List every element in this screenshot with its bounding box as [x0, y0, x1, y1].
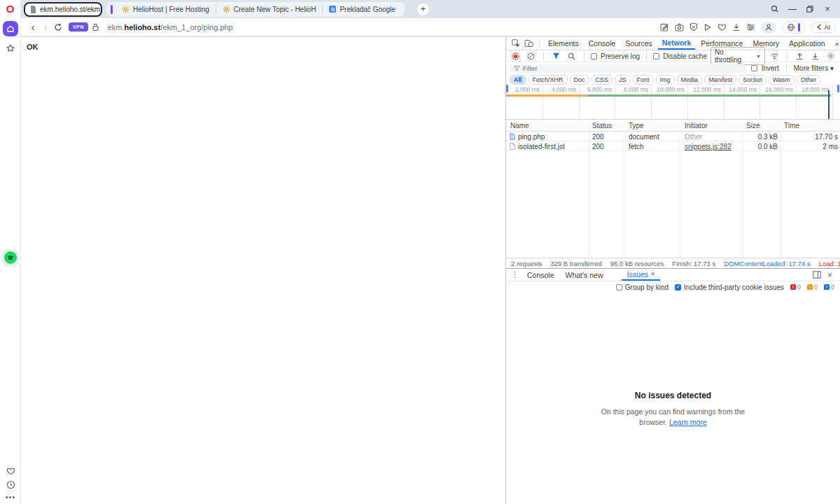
minimize-button[interactable]: — — [787, 4, 798, 15]
drawer-layout-icon[interactable] — [811, 269, 822, 281]
network-conditions-icon[interactable] — [769, 50, 780, 62]
chip-media[interactable]: Media — [677, 75, 703, 85]
filter-input[interactable] — [523, 64, 743, 72]
aria-ai-button[interactable]: AI — [811, 22, 836, 33]
col-type[interactable]: Type — [629, 122, 644, 130]
snapshot-camera-icon[interactable] — [675, 23, 684, 31]
col-initiator[interactable]: Initiator — [685, 122, 708, 130]
page-body-text: OK — [27, 43, 38, 51]
drawer-tab-console[interactable]: Console — [522, 269, 559, 281]
vpn-badge[interactable]: VPN — [69, 22, 88, 31]
tune-sliders-icon[interactable] — [746, 23, 755, 31]
inspect-element-icon[interactable] — [510, 38, 522, 50]
col-size[interactable]: Size — [746, 122, 760, 130]
drawer-close-icon[interactable]: × — [824, 269, 836, 281]
devtools-tab-network[interactable]: Network — [658, 37, 695, 50]
chip-all[interactable]: All — [510, 75, 526, 85]
start-page-button[interactable] — [3, 21, 18, 36]
chip-wasm[interactable]: Wasm — [769, 75, 794, 85]
restore-button[interactable] — [804, 4, 816, 15]
tab-create-new-topic[interactable]: Create New Topic - HelioH — [216, 2, 323, 17]
shield-icon[interactable] — [690, 22, 698, 31]
drawer-tab-whats-new[interactable]: What's new — [561, 269, 608, 281]
chip-socket[interactable]: Socket — [738, 75, 766, 85]
group-by-kind-checkbox[interactable] — [616, 284, 622, 290]
overview-grip-right[interactable] — [837, 85, 839, 92]
disable-cache-checkbox[interactable] — [653, 53, 659, 59]
network-settings-gear-icon[interactable] — [825, 50, 836, 62]
chip-js[interactable]: JS — [615, 75, 631, 85]
divider — [543, 52, 544, 60]
network-overview-timeline[interactable]: 2,000 ms 4,000 ms 6,000 ms 8,000 ms 10,0… — [506, 85, 840, 120]
reload-button[interactable] — [52, 21, 64, 34]
tick-label: 16,000 ms — [752, 86, 793, 93]
opera-logo[interactable]: O — [6, 4, 15, 15]
chip-manifest[interactable]: Manifest — [704, 75, 736, 85]
url-text[interactable]: ekm.helioho.st/ekm_1_org/ping.php — [108, 23, 233, 31]
tab-active[interactable]: ekm.helioho.st/ekm_1_org — [24, 2, 102, 17]
profile-button[interactable] — [761, 22, 776, 33]
include-third-party-checkbox[interactable]: ✓ — [675, 284, 681, 290]
bookmark-heart-icon[interactable] — [718, 23, 727, 31]
drawer-tab-issues[interactable]: Issues × — [622, 269, 659, 281]
filter-funnel-icon[interactable] — [550, 50, 562, 62]
drawer-menu-icon[interactable]: ⋮ — [509, 269, 521, 281]
clear-network-log-icon[interactable] — [525, 50, 537, 62]
favorites-heart-icon[interactable] — [6, 467, 15, 475]
bookmarks-star-icon[interactable] — [6, 43, 15, 53]
device-toolbar-icon[interactable] — [523, 38, 535, 50]
devtools-tab-console[interactable]: Console — [584, 37, 620, 50]
chip-other[interactable]: Other — [797, 75, 821, 85]
search-network-icon[interactable] — [566, 50, 578, 62]
learn-more-link[interactable]: Learn more — [669, 418, 707, 426]
waterfall-segment-green — [588, 94, 831, 97]
overview-grip-left[interactable] — [506, 85, 508, 92]
include-third-party-option[interactable]: ✓ Include third-party cookie issues — [675, 284, 784, 291]
history-clock-icon[interactable] — [6, 480, 15, 489]
request-name: isolated-first.jst — [518, 143, 565, 150]
sidebar-more-icon[interactable]: ••• — [6, 494, 16, 500]
spotify-panel-button[interactable] — [2, 249, 19, 266]
devtools-tab-elements[interactable]: Elements — [544, 37, 583, 50]
invert-checkbox[interactable] — [751, 65, 757, 71]
close-issues-tab-icon[interactable]: × — [651, 270, 655, 278]
close-window-button[interactable]: × — [822, 4, 833, 15]
devtools-tab-sources[interactable]: Sources — [621, 37, 657, 50]
tab-search-icon[interactable] — [769, 4, 780, 15]
more-panels-icon[interactable]: » — [831, 37, 840, 50]
lock-icon[interactable] — [90, 21, 102, 34]
tab-island-indicator — [111, 5, 113, 14]
throttling-select[interactable]: No throttling ▼ — [710, 47, 765, 65]
extensions-pill[interactable] — [782, 21, 805, 34]
export-har-icon[interactable] — [809, 50, 821, 62]
back-button[interactable]: ‹ — [27, 21, 39, 34]
forward-button[interactable]: › — [39, 21, 52, 34]
table-row[interactable]: isolated-first.jst 200 fetch snippets.js… — [506, 141, 840, 151]
filter-input-wrap[interactable] — [510, 64, 747, 73]
import-har-icon[interactable] — [794, 50, 806, 62]
preserve-log-checkbox[interactable] — [591, 53, 597, 59]
issues-badge-error: ! 0 — [790, 284, 801, 290]
col-name[interactable]: Name — [510, 122, 529, 130]
edit-page-icon[interactable] — [660, 22, 669, 31]
new-tab-button[interactable]: + — [417, 4, 429, 15]
chip-font[interactable]: Font — [633, 75, 654, 85]
col-status[interactable]: Status — [592, 122, 612, 130]
flow-send-icon[interactable] — [704, 23, 712, 31]
record-network-log-icon[interactable] — [510, 50, 522, 62]
chip-img[interactable]: Img — [656, 75, 675, 85]
group-by-kind-option[interactable]: Group by kind — [616, 284, 668, 291]
chip-css[interactable]: CSS — [592, 75, 613, 85]
no-issues-description: On this page you can find warnings from … — [601, 407, 745, 428]
table-row[interactable]: ping.php 200 document Other 0.3 kB 17.70… — [506, 132, 840, 141]
heliohost-favicon — [223, 6, 230, 13]
tick-label: 14,000 ms — [716, 86, 757, 93]
chip-fetch-xhr[interactable]: Fetch/XHR — [528, 75, 568, 85]
col-time[interactable]: Time — [784, 122, 799, 130]
tab-google-translate[interactable]: G Prekladač Google — [323, 2, 402, 17]
devtools-tab-application[interactable]: Application — [785, 37, 829, 50]
tab-heliohost[interactable]: HelioHost | Free Hosting — [115, 2, 216, 17]
downloads-icon[interactable] — [732, 23, 741, 31]
chip-doc[interactable]: Doc — [570, 75, 589, 85]
more-filters-dropdown[interactable]: More filters ▾ — [794, 64, 834, 72]
